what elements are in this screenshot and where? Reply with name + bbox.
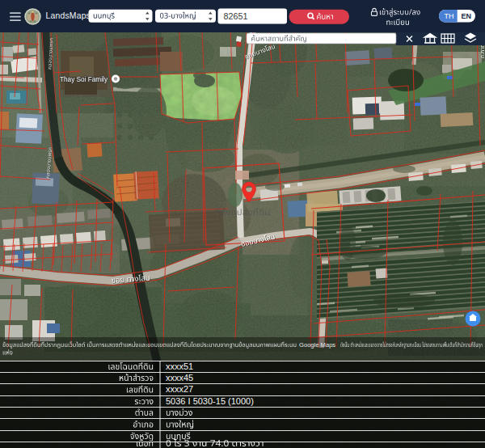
svg-text:TH: TH [445,12,454,20]
svg-text:xxxx27: xxxx27 [166,384,193,394]
svg-text:5036 I 5030-15 (1000): 5036 I 5030-15 (1000) [166,396,254,406]
svg-text:82651: 82651 [224,11,248,21]
svg-text:LandsMaps: LandsMaps [46,11,91,20]
svg-text:xxxx45: xxxx45 [166,373,193,382]
svg-text:Google Maps: Google Maps [299,341,335,349]
svg-text:EN: EN [462,12,472,20]
svg-text:xxxx51: xxxx51 [166,361,193,371]
